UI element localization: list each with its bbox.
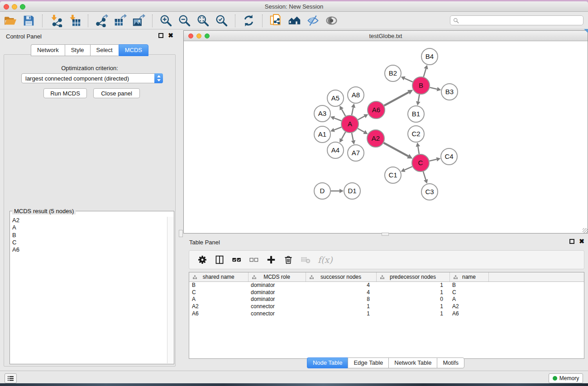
zoom-in-icon[interactable] bbox=[157, 14, 175, 28]
close-panel-button[interactable]: Close panel bbox=[93, 88, 140, 98]
network-graph[interactable]: B4B2BB3A5A8A6A3B1AA1C2A2A4A7C4CC1C3DD1 bbox=[184, 42, 587, 233]
tab-style[interactable]: Style bbox=[65, 44, 90, 56]
network-window-title: testGlobe.txt bbox=[184, 33, 588, 39]
network-canvas[interactable]: B4B2BB3A5A8A6A3B1AA1C2A2A4A7C4CC1C3DD1 bbox=[184, 42, 587, 233]
edge-C-C1[interactable] bbox=[405, 167, 412, 170]
export-table-icon[interactable] bbox=[111, 14, 129, 28]
check-pair-icon[interactable] bbox=[230, 253, 244, 267]
edge-B-B4[interactable] bbox=[424, 69, 426, 77]
table-tab-node-table[interactable]: Node Table bbox=[307, 357, 348, 368]
mcds-result-title: MCDS result (5 nodes) bbox=[12, 208, 76, 214]
table-tab-edge-table[interactable]: Edge Table bbox=[348, 357, 388, 368]
control-panel: Control Panel ✖ NetworkStyleSelectMCDS O… bbox=[2, 30, 177, 366]
mcds-result-item[interactable]: A bbox=[10, 224, 167, 231]
table-row[interactable]: Bdominator41B bbox=[189, 281, 584, 289]
cell-empty bbox=[488, 303, 584, 310]
column-header-name[interactable]: name bbox=[449, 272, 488, 281]
show-all-icon[interactable] bbox=[322, 14, 341, 28]
task-history-button[interactable] bbox=[5, 373, 17, 383]
window-titlebar[interactable]: Session: New Session bbox=[0, 1, 588, 12]
table-tab-motifs[interactable]: Motifs bbox=[437, 357, 464, 368]
graph-node-label: A2 bbox=[372, 134, 380, 142]
table-tab-network-table[interactable]: Network Table bbox=[388, 357, 437, 368]
search-input[interactable] bbox=[461, 16, 583, 24]
table-close-icon[interactable]: ✖ bbox=[579, 239, 584, 244]
edge-A-A3[interactable] bbox=[334, 118, 341, 121]
edge-B-B3[interactable] bbox=[430, 87, 437, 89]
edge-A-A7[interactable] bbox=[352, 133, 353, 141]
splitter-handle-horizontal[interactable] bbox=[382, 233, 389, 236]
column-header-MCDS-role[interactable]: MCDS role bbox=[248, 272, 306, 281]
column-header-shared-name[interactable]: shared name bbox=[189, 272, 248, 281]
plus-icon[interactable] bbox=[264, 253, 278, 267]
column-header-predecessor-nodes[interactable]: predecessor nodes bbox=[376, 272, 449, 281]
table-float-icon[interactable] bbox=[569, 239, 574, 244]
export-network-icon[interactable] bbox=[92, 14, 111, 28]
hide-selection-icon[interactable] bbox=[304, 14, 322, 28]
cell: 1 bbox=[306, 310, 376, 317]
refresh-layout-icon[interactable] bbox=[239, 14, 258, 28]
edge-A6-B[interactable] bbox=[384, 92, 409, 106]
run-mcds-button[interactable]: Run MCDS bbox=[43, 88, 87, 98]
node-table: shared nameMCDS rolesuccessor nodesprede… bbox=[189, 272, 584, 359]
save-session-icon[interactable] bbox=[19, 14, 38, 28]
mcds-result-item[interactable]: B bbox=[10, 232, 167, 239]
edge-A-A5[interactable] bbox=[342, 109, 346, 116]
edge-C-C3[interactable] bbox=[423, 172, 426, 180]
cell: connector bbox=[248, 310, 306, 317]
edge-C-C2[interactable] bbox=[418, 147, 419, 154]
edge-A-A1[interactable] bbox=[334, 127, 341, 130]
first-neighbors-icon[interactable] bbox=[285, 14, 304, 28]
edge-arrowhead bbox=[437, 87, 441, 91]
memory-button[interactable]: Memory bbox=[549, 373, 583, 383]
edge-A-A4[interactable] bbox=[342, 132, 346, 139]
columns-icon[interactable] bbox=[213, 253, 226, 267]
tab-mcds[interactable]: MCDS bbox=[119, 44, 148, 56]
network-view-window: testGlobe.txt B4B2BB3A5A8A6A3B1AA1C2A2A4… bbox=[183, 30, 588, 234]
edge-A-A2[interactable] bbox=[358, 129, 364, 132]
edge-A-A8[interactable] bbox=[352, 107, 353, 115]
dropdown-stepper-icon[interactable] bbox=[154, 73, 163, 83]
mcds-result-list[interactable]: A2ABCA6 bbox=[10, 217, 167, 363]
resize-grip-icon[interactable] bbox=[583, 228, 588, 233]
graph-node-label: C4 bbox=[445, 152, 453, 160]
edge-A2-C[interactable] bbox=[384, 143, 408, 157]
tab-network[interactable]: Network bbox=[31, 44, 65, 56]
table-row[interactable]: A2connector11A2 bbox=[189, 303, 584, 310]
zoom-selected-icon[interactable] bbox=[212, 14, 231, 28]
trash-icon[interactable] bbox=[282, 253, 295, 267]
function-builder-icon: f(x) bbox=[318, 255, 333, 265]
export-image-icon[interactable] bbox=[129, 14, 148, 28]
tab-select[interactable]: Select bbox=[90, 44, 119, 56]
column-header-empty bbox=[488, 272, 584, 281]
network-window-titlebar[interactable]: testGlobe.txt bbox=[184, 31, 588, 41]
mcds-scrollbar[interactable] bbox=[167, 217, 173, 363]
uncheck-pair-icon[interactable] bbox=[247, 253, 261, 267]
table-row[interactable]: A6connector11A6 bbox=[189, 310, 584, 317]
gear-icon[interactable] bbox=[196, 253, 209, 267]
import-network-icon[interactable] bbox=[47, 14, 65, 28]
mcds-result-item[interactable]: C bbox=[10, 239, 167, 246]
column-header-successor-nodes[interactable]: successor nodes bbox=[306, 272, 376, 281]
search-box[interactable] bbox=[450, 15, 583, 25]
close-panel-icon[interactable]: ✖ bbox=[168, 33, 173, 38]
open-file-icon[interactable] bbox=[1, 14, 19, 28]
table-row[interactable]: Adominator80A bbox=[189, 296, 584, 303]
edge-A-A6[interactable] bbox=[358, 116, 365, 120]
zoom-out-icon[interactable] bbox=[175, 14, 194, 28]
mcds-result-item[interactable]: A6 bbox=[10, 246, 167, 253]
search-icon bbox=[453, 18, 459, 24]
table-row[interactable]: Cdominator41C bbox=[189, 289, 584, 296]
edge-B-B1[interactable] bbox=[418, 95, 420, 102]
edge-B-B2[interactable] bbox=[405, 78, 413, 82]
mcds-result-item[interactable]: A2 bbox=[10, 217, 167, 224]
edge-arrowhead bbox=[424, 65, 428, 69]
control-panel-title: Control Panel bbox=[6, 33, 42, 40]
edge-C-C4[interactable] bbox=[430, 159, 437, 161]
criterion-dropdown[interactable]: largest connected component (directed) bbox=[21, 73, 163, 83]
zoom-fit-icon[interactable] bbox=[194, 14, 212, 28]
new-network-from-selection-icon[interactable] bbox=[267, 14, 285, 28]
splitter-handle-vertical[interactable] bbox=[179, 230, 183, 237]
import-table-icon[interactable] bbox=[65, 14, 84, 28]
float-panel-icon[interactable] bbox=[158, 33, 163, 38]
